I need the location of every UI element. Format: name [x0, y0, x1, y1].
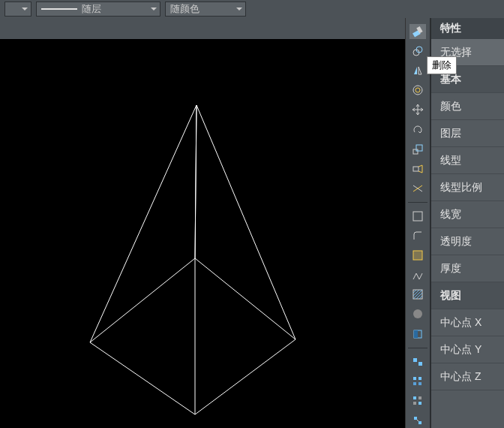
- hatch-tool-icon[interactable]: [410, 287, 426, 302]
- svg-rect-16: [414, 330, 418, 338]
- svg-rect-25: [413, 402, 416, 405]
- extend-tool-icon[interactable]: [410, 209, 426, 224]
- property-row[interactable]: 中心点 X: [431, 309, 504, 336]
- svg-rect-24: [418, 396, 422, 399]
- property-row[interactable]: 线型: [431, 147, 504, 174]
- svg-rect-20: [418, 377, 422, 380]
- chevron-down-icon: [22, 8, 28, 11]
- scale-tool-icon[interactable]: [410, 142, 426, 157]
- lineweight-label: 随颜色: [170, 2, 200, 16]
- gradient-tool-icon[interactable]: [410, 306, 426, 321]
- rotate-tool-icon[interactable]: [410, 122, 426, 137]
- erase-tool-icon[interactable]: [410, 24, 426, 39]
- offset-tool-icon[interactable]: [410, 83, 426, 98]
- trim-tool-icon[interactable]: [410, 181, 426, 196]
- break-tool-icon[interactable]: [410, 393, 426, 408]
- property-row[interactable]: 中心点 Y: [431, 336, 504, 363]
- tool-separator: [408, 348, 428, 348]
- svg-rect-28: [418, 421, 422, 424]
- properties-panel: 特性 无选择 基本颜色图层线型线型比例线宽透明度厚度视图中心点 X中心点 Y中心…: [430, 18, 504, 428]
- region-tool-icon[interactable]: [410, 327, 426, 342]
- modify-tool-palette: [405, 18, 430, 428]
- svg-rect-10: [413, 251, 422, 260]
- ribbon-strip: [0, 18, 405, 39]
- svg-rect-8: [413, 167, 418, 171]
- move-tool-icon[interactable]: [410, 102, 426, 117]
- layer-color-dropdown[interactable]: [4, 2, 32, 17]
- property-row[interactable]: 线宽: [431, 201, 504, 228]
- tool-separator: [408, 202, 428, 203]
- svg-rect-17: [413, 358, 417, 362]
- svg-rect-7: [416, 145, 422, 151]
- property-row[interactable]: 线型比例: [431, 174, 504, 201]
- lineweight-dropdown[interactable]: 随颜色: [165, 2, 246, 17]
- drawing-area[interactable]: ✕: [0, 18, 405, 428]
- fillet-tool-icon[interactable]: [410, 228, 426, 243]
- chevron-down-icon: [236, 8, 242, 11]
- svg-rect-26: [418, 402, 422, 405]
- svg-rect-22: [418, 382, 422, 385]
- linetype-dropdown[interactable]: 随层: [36, 2, 160, 17]
- svg-point-4: [416, 88, 420, 92]
- chamfer-tool-icon[interactable]: [410, 248, 426, 263]
- property-row[interactable]: 厚度: [431, 255, 504, 282]
- tooltip: 删除: [427, 56, 457, 74]
- linetype-label: 随层: [82, 2, 101, 16]
- svg-rect-6: [413, 149, 418, 154]
- linetype-sample-icon: [41, 8, 77, 10]
- property-section-header[interactable]: 视图: [431, 282, 504, 309]
- property-row[interactable]: 颜色: [431, 93, 504, 120]
- chevron-down-icon: [151, 8, 157, 11]
- svg-rect-18: [418, 362, 422, 366]
- svg-rect-9: [413, 212, 422, 221]
- copy-tool-icon[interactable]: [410, 44, 426, 59]
- top-toolbar: 随层 随颜色: [0, 0, 504, 18]
- explode-tool-icon[interactable]: [410, 267, 426, 282]
- property-row[interactable]: 图层: [431, 120, 504, 147]
- panel-title: 特性: [431, 18, 504, 39]
- svg-point-13: [413, 309, 422, 318]
- join-tool-icon[interactable]: [410, 413, 426, 428]
- svg-rect-19: [413, 377, 416, 380]
- model-wireframe: [0, 39, 405, 428]
- svg-rect-23: [413, 396, 416, 399]
- svg-rect-21: [413, 382, 416, 385]
- property-row[interactable]: 中心点 Z: [431, 363, 504, 390]
- svg-point-5: [413, 86, 422, 95]
- align-tool-icon[interactable]: [410, 354, 426, 369]
- stretch-tool-icon[interactable]: [410, 161, 426, 176]
- array-tool-icon[interactable]: [410, 374, 426, 389]
- mirror-tool-icon[interactable]: [410, 63, 426, 78]
- svg-rect-27: [414, 417, 417, 420]
- property-row[interactable]: 透明度: [431, 228, 504, 255]
